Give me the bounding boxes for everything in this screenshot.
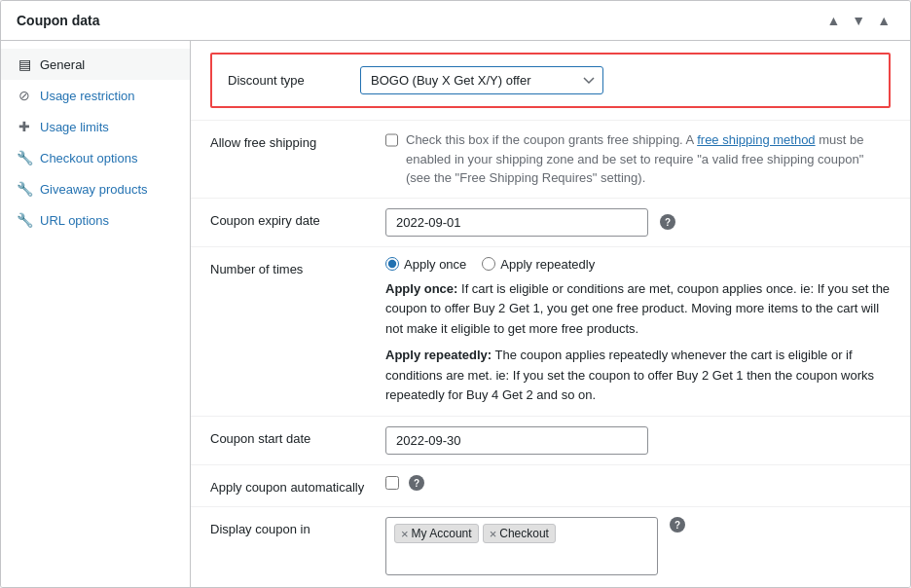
- window-controls: ▲ ▼ ▲: [822, 11, 894, 30]
- sidebar-item-checkout-options[interactable]: 🔧 Checkout options: [1, 142, 190, 173]
- discount-type-select[interactable]: Percentage discountFixed cart discountFi…: [360, 66, 603, 94]
- tag-checkout-label: Checkout: [499, 527, 549, 540]
- coupon-data-window: Coupon data ▲ ▼ ▲ ▤ General ⊘ Usage rest…: [0, 0, 911, 588]
- number-of-times-content: Apply once Apply repeatedly Apply once: …: [385, 257, 891, 407]
- discount-type-label: Discount type: [228, 73, 345, 88]
- tag-checkout-remove[interactable]: ×: [490, 528, 497, 540]
- apply-once-radio[interactable]: [385, 257, 399, 271]
- checkout-options-icon: 🔧: [17, 150, 32, 165]
- sidebar-item-label: General: [40, 57, 85, 72]
- window-title-bar: Coupon data ▲ ▼ ▲: [1, 1, 910, 41]
- expiry-date-input[interactable]: [385, 208, 648, 237]
- expiry-date-content: ?: [385, 208, 891, 237]
- number-of-times-label: Number of times: [210, 257, 385, 278]
- expiry-date-help-icon[interactable]: ?: [660, 214, 675, 230]
- free-shipping-row: Allow free shipping Check this box if th…: [191, 120, 910, 198]
- apply-once-label: Apply once: [404, 257, 466, 272]
- radio-group: Apply once Apply repeatedly: [385, 257, 891, 272]
- display-coupon-content: × My Account × Checkout ?: [385, 517, 891, 575]
- tag-my-account-label: My Account: [412, 527, 472, 540]
- sidebar-item-url-options[interactable]: 🔧 URL options: [1, 204, 190, 236]
- expiry-date-row: Coupon expiry date ?: [191, 198, 910, 246]
- usage-restriction-icon: ⊘: [17, 88, 32, 103]
- sidebar-item-usage-restriction[interactable]: ⊘ Usage restriction: [1, 80, 190, 111]
- start-date-label: Coupon start date: [210, 426, 385, 448]
- free-shipping-description: Check this box if the coupon grants free…: [406, 130, 891, 188]
- tag-checkout[interactable]: × Checkout: [483, 524, 556, 543]
- sidebar-item-label: Checkout options: [40, 151, 137, 165]
- auto-apply-checkbox-row: ?: [385, 475, 891, 491]
- apply-once-desc: If cart is eligible or conditions are me…: [385, 281, 890, 337]
- apply-repeatedly-bold: Apply repeatedly:: [385, 348, 492, 362]
- free-shipping-method-link[interactable]: free shipping method: [697, 132, 815, 147]
- giveaway-products-icon: 🔧: [17, 181, 32, 197]
- display-coupon-tags-container[interactable]: × My Account × Checkout: [385, 517, 658, 575]
- general-icon: ▤: [17, 56, 32, 72]
- sidebar-item-label: URL options: [40, 213, 109, 228]
- discount-type-row: Discount type Percentage discountFixed c…: [228, 66, 873, 94]
- free-shipping-content: Check this box if the coupon grants free…: [385, 130, 891, 188]
- apply-repeatedly-option[interactable]: Apply repeatedly: [482, 257, 595, 272]
- sidebar-item-label: Usage limits: [40, 120, 109, 134]
- auto-apply-row: Apply coupon automatically ?: [191, 464, 910, 506]
- fullscreen-icon[interactable]: ▲: [873, 11, 894, 30]
- auto-apply-label: Apply coupon automatically: [210, 475, 385, 496]
- free-shipping-checkbox[interactable]: [385, 133, 398, 147]
- discount-type-section: Discount type Percentage discountFixed c…: [210, 53, 891, 108]
- sidebar-item-general[interactable]: ▤ General: [1, 49, 190, 80]
- content-area: Discount type Percentage discountFixed c…: [191, 41, 910, 587]
- expand-icon[interactable]: ▼: [848, 11, 869, 30]
- apply-once-bold: Apply once:: [385, 281, 457, 296]
- auto-apply-help-icon[interactable]: ?: [409, 475, 424, 491]
- apply-repeatedly-label: Apply repeatedly: [500, 257, 595, 272]
- sidebar: ▤ General ⊘ Usage restriction ✚ Usage li…: [1, 41, 191, 587]
- free-shipping-label: Allow free shipping: [210, 130, 385, 152]
- apply-repeatedly-radio[interactable]: [482, 257, 495, 271]
- expiry-date-label: Coupon expiry date: [210, 208, 385, 230]
- sidebar-item-label: Usage restriction: [40, 89, 135, 103]
- display-coupon-label: Display coupon in: [210, 517, 385, 538]
- auto-apply-checkbox[interactable]: [385, 476, 399, 490]
- number-of-times-row: Number of times Apply once Apply repeate…: [191, 246, 910, 417]
- start-date-row: Coupon start date: [191, 416, 910, 464]
- display-coupon-help-icon[interactable]: ?: [670, 517, 685, 533]
- sidebar-item-label: Giveaway products: [40, 182, 148, 197]
- apply-once-option[interactable]: Apply once: [385, 257, 466, 272]
- main-layout: ▤ General ⊘ Usage restriction ✚ Usage li…: [1, 41, 910, 587]
- tag-my-account-remove[interactable]: ×: [401, 528, 409, 540]
- auto-apply-content: ?: [385, 475, 891, 491]
- window-title-text: Coupon data: [17, 13, 100, 28]
- start-date-input[interactable]: [385, 426, 648, 455]
- sidebar-item-usage-limits[interactable]: ✚ Usage limits: [1, 111, 190, 142]
- url-options-icon: 🔧: [17, 212, 32, 228]
- usage-limits-icon: ✚: [17, 119, 32, 134]
- collapse-icon[interactable]: ▲: [822, 11, 844, 30]
- tag-my-account[interactable]: × My Account: [394, 524, 479, 543]
- apply-text-description: Apply once: If cart is eligible or condi…: [385, 279, 891, 407]
- start-date-content: [385, 426, 891, 455]
- display-coupon-row: Display coupon in × My Account × Checkou…: [191, 506, 910, 585]
- sidebar-item-giveaway-products[interactable]: 🔧 Giveaway products: [1, 173, 190, 204]
